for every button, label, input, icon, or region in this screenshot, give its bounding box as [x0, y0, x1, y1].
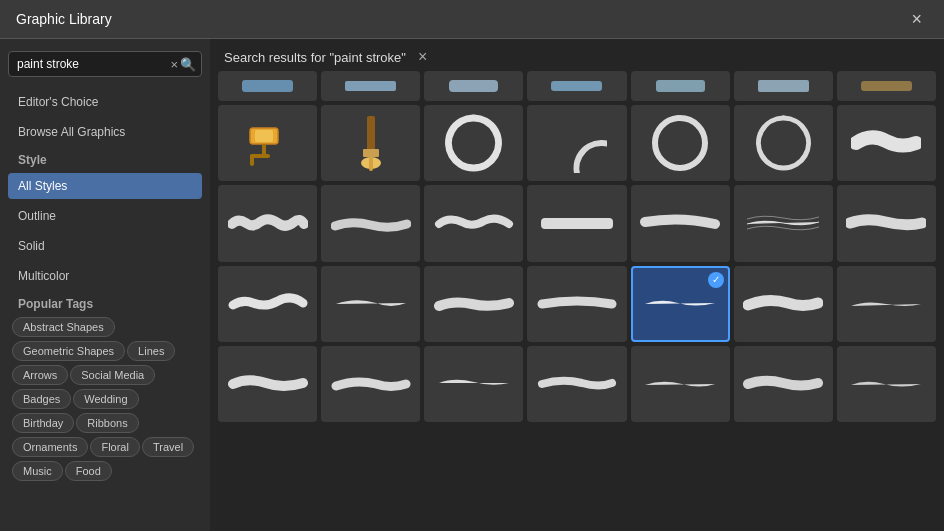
tag-food[interactable]: Food [65, 461, 112, 481]
graphic-cell-circle-stroke-2[interactable] [527, 105, 626, 181]
popular-tags-label: Popular Tags [8, 293, 202, 313]
selected-check-icon: ✓ [708, 272, 724, 288]
tag-arrows[interactable]: Arrows [12, 365, 68, 385]
sidebar-item-browse-all[interactable]: Browse All Graphics [8, 119, 202, 145]
graphics-grid-container[interactable]: ✓ [210, 71, 944, 531]
graphic-cell-brush-stroke-6[interactable] [837, 266, 936, 342]
graphic-cell-bottom-stroke-3[interactable] [424, 346, 523, 422]
svg-rect-4 [656, 80, 705, 92]
search-icon[interactable]: 🔍 [180, 57, 196, 72]
graphic-cell-bottom-stroke-7[interactable] [837, 346, 936, 422]
tag-birthday[interactable]: Birthday [12, 413, 74, 433]
svg-rect-0 [242, 80, 293, 92]
tag-badges[interactable]: Badges [12, 389, 71, 409]
results-clear-button[interactable]: × [414, 49, 431, 65]
svg-rect-16 [541, 218, 613, 229]
tag-travel[interactable]: Travel [142, 437, 194, 457]
graphic-cell-bottom-stroke-4[interactable] [527, 346, 626, 422]
tag-ribbons[interactable]: Ribbons [76, 413, 138, 433]
partial-top-row [218, 71, 936, 101]
graphic-cell-bottom-stroke-6[interactable] [734, 346, 833, 422]
graphic-cell-brush-stroke-1[interactable] [218, 266, 317, 342]
tag-social-media[interactable]: Social Media [70, 365, 155, 385]
svg-rect-13 [363, 149, 379, 157]
graphic-cell-top-6[interactable] [734, 71, 833, 101]
graphic-cell-circle-stroke-3[interactable] [631, 105, 730, 181]
graphic-cell-circle-stroke-1[interactable] [424, 105, 523, 181]
tag-wedding[interactable]: Wedding [73, 389, 138, 409]
graphic-cell-bottom-stroke-2[interactable] [321, 346, 420, 422]
svg-rect-9 [262, 144, 266, 154]
results-header: Search results for "paint stroke" × [210, 39, 944, 71]
dialog-header: Graphic Library × [0, 0, 944, 39]
sidebar-item-editors-choice[interactable]: Editor's Choice [8, 89, 202, 115]
tag-ornaments[interactable]: Ornaments [12, 437, 88, 457]
search-box: × 🔍 [8, 51, 202, 77]
graphic-cell-bottom-stroke-5[interactable] [631, 346, 730, 422]
tag-abstract-shapes[interactable]: Abstract Shapes [12, 317, 115, 337]
graphic-cell-wide-stroke-1[interactable] [734, 185, 833, 261]
graphic-cell-circle-stroke-4[interactable] [734, 105, 833, 181]
tag-geometric-shapes[interactable]: Geometric Shapes [12, 341, 125, 361]
svg-rect-12 [367, 116, 375, 151]
graphic-cell-bottom-stroke-1[interactable] [218, 346, 317, 422]
sidebar-item-outline[interactable]: Outline [8, 203, 202, 229]
graphic-cell-brush-stroke-3[interactable] [424, 266, 523, 342]
graphic-cell-flat-stroke-1[interactable] [527, 185, 626, 261]
graphic-cell-rough-stroke-1[interactable] [218, 185, 317, 261]
sidebar: × 🔍 Editor's Choice Browse All Graphics … [0, 39, 210, 531]
dialog-title: Graphic Library [16, 11, 112, 27]
svg-rect-11 [250, 154, 254, 166]
graphic-cell-paint-brush[interactable] [321, 105, 420, 181]
graphic-cell-brush-stroke-2[interactable] [321, 266, 420, 342]
graphic-cell-brush-stroke-5[interactable] [734, 266, 833, 342]
graphic-cell-tapered-stroke[interactable] [837, 185, 936, 261]
svg-rect-6 [861, 81, 912, 91]
graphic-cell-paint-roller[interactable] [218, 105, 317, 181]
sidebar-item-multicolor[interactable]: Multicolor [8, 263, 202, 289]
svg-rect-2 [449, 80, 498, 92]
graphic-cell-brush-stroke-4[interactable] [527, 266, 626, 342]
graphic-cell-flat-stroke-2[interactable] [631, 185, 730, 261]
results-title: Search results for "paint stroke" [224, 50, 406, 65]
graphic-cell-top-5[interactable] [631, 71, 730, 101]
graphic-cell-rough-stroke-2[interactable] [321, 185, 420, 261]
tag-lines[interactable]: Lines [127, 341, 175, 361]
dialog-body: × 🔍 Editor's Choice Browse All Graphics … [0, 39, 944, 531]
search-clear-icon[interactable]: × [170, 57, 178, 72]
graphic-library-dialog: Graphic Library × × 🔍 Editor's Choice Br… [0, 0, 944, 531]
graphic-cell-selected[interactable]: ✓ [631, 266, 730, 342]
sidebar-item-all-styles[interactable]: All Styles [8, 173, 202, 199]
svg-rect-5 [758, 80, 809, 92]
tag-music[interactable]: Music [12, 461, 63, 481]
svg-rect-1 [345, 81, 396, 91]
graphic-cell-top-3[interactable] [424, 71, 523, 101]
svg-rect-3 [551, 81, 602, 91]
graphic-cell-rough-stroke-3[interactable] [424, 185, 523, 261]
graphic-cell-top-1[interactable] [218, 71, 317, 101]
graphic-cell-top-7[interactable] [837, 71, 936, 101]
svg-rect-8 [255, 130, 273, 142]
tags-grid: Abstract Shapes Geometric Shapes Lines A… [8, 317, 202, 483]
graphic-cell-top-4[interactable] [527, 71, 626, 101]
graphic-cell-top-2[interactable] [321, 71, 420, 101]
tag-floral[interactable]: Floral [90, 437, 140, 457]
sidebar-item-solid[interactable]: Solid [8, 233, 202, 259]
graphic-grid: ✓ [218, 105, 936, 422]
style-section-label: Style [8, 149, 202, 169]
svg-rect-15 [369, 157, 373, 171]
close-button[interactable]: × [905, 8, 928, 30]
main-content: Search results for "paint stroke" × [210, 39, 944, 531]
graphic-cell-broad-stroke-1[interactable] [837, 105, 936, 181]
